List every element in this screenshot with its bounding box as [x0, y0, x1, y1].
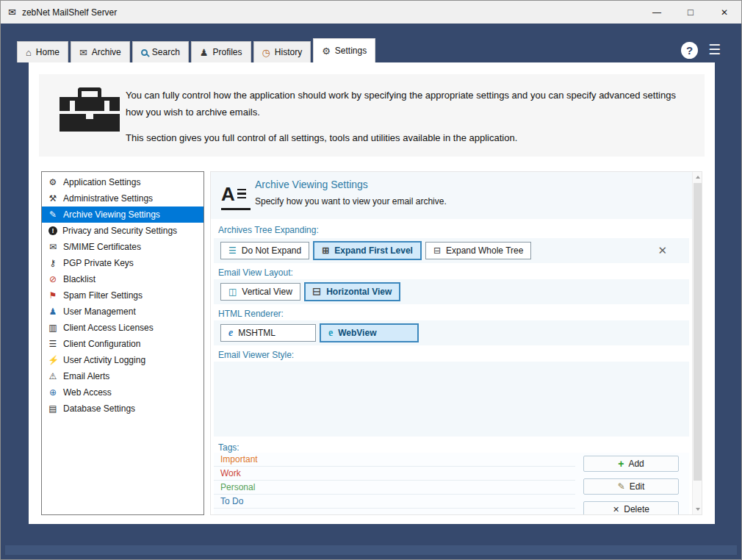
horizontal-split-icon: ◫	[312, 287, 323, 295]
edge-icon: e	[328, 327, 333, 339]
tags-label: Tags:	[218, 442, 239, 453]
clear-selection-icon[interactable]: ✕	[658, 244, 667, 257]
tab-label: Archive	[92, 47, 121, 57]
sidebar-item-web-access[interactable]: ⊕ Web Access	[42, 384, 203, 401]
vertical-view-button[interactable]: ◫ Vertical View	[220, 283, 300, 301]
tab-label: Profiles	[212, 47, 242, 57]
window-footer	[5, 545, 737, 555]
sidebar-item-archive-viewing-settings[interactable]: ✎ Archive Viewing Settings	[42, 207, 203, 223]
tab-label: Settings	[335, 46, 367, 56]
expand-first-level-button[interactable]: ⊞ Expand First Level	[314, 242, 421, 259]
view-layout-group: ◫ Vertical View ◫ Horizontal View	[214, 279, 689, 304]
scroll-up-icon[interactable]	[693, 172, 702, 182]
sidebar-item-blacklist[interactable]: ⊘ Blacklist	[42, 271, 203, 287]
tag-row-important[interactable]: Important	[214, 453, 575, 467]
close-button[interactable]: ✕	[707, 1, 741, 24]
archive-icon: ✉	[79, 47, 87, 58]
sidebar-item-client-access-licenses[interactable]: ▥ Client Access Licenses	[42, 320, 203, 336]
panel-scrollbar[interactable]	[692, 172, 702, 514]
panel-title: Archive Viewing Settings	[255, 179, 368, 190]
scroll-down-icon[interactable]	[693, 504, 702, 514]
html-renderer-label: HTML Renderer:	[218, 309, 284, 319]
edit-button[interactable]: ✎ Edit	[583, 478, 679, 495]
mshtml-button[interactable]: e MSHTML	[220, 324, 316, 342]
tag-label: Work	[220, 468, 241, 478]
tab-archive[interactable]: ✉ Archive	[71, 41, 130, 62]
button-label: Edit	[630, 481, 645, 492]
sidebar-item-label: Email Alerts	[63, 371, 109, 381]
history-icon: ◷	[262, 47, 270, 58]
add-button[interactable]: + Add	[583, 456, 679, 472]
sidebar-item-administrative-settings[interactable]: ⚒ Administrative Settings	[42, 190, 203, 207]
blacklist-icon: ⊘	[48, 274, 58, 284]
intro-text: You can fully control how the applicatio…	[126, 87, 691, 146]
tab-label: Search	[152, 47, 180, 57]
license-icon: ▥	[48, 323, 58, 333]
tab-label: History	[275, 47, 302, 57]
sidebar-item-user-activity-logging[interactable]: ⚡ User Activity Logging	[42, 352, 203, 368]
window-body: ⌂ Home ✉ Archive Search ♟ Profiles ◷ His…	[1, 24, 741, 559]
sidebar-item-label: Web Access	[63, 387, 112, 398]
tab-search[interactable]: Search	[132, 41, 189, 62]
view-layout-label: Email View Layout:	[218, 268, 293, 278]
sidebar-item-label: Blacklist	[63, 274, 96, 284]
panel-subtitle: Specify how you want to view your email …	[255, 196, 447, 207]
horizontal-view-button[interactable]: ◫ Horizontal View	[305, 283, 400, 301]
option-label: Do Not Expand	[242, 245, 301, 256]
internet-explorer-icon: e	[228, 327, 233, 339]
home-icon: ⌂	[26, 47, 32, 58]
spam-flag-icon: ⚑	[48, 290, 58, 301]
app-window: ✉ zebNet MailShelf Server — □ ✕ ⌂ Home ✉…	[0, 0, 742, 560]
option-label: WebView	[338, 328, 376, 338]
tag-row-work[interactable]: Work	[214, 467, 575, 481]
sidebar-item-user-management[interactable]: ♟ User Management	[42, 304, 203, 320]
sidebar-item-email-alerts[interactable]: ⚠ Email Alerts	[42, 368, 203, 384]
delete-button[interactable]: ✕ Delete	[583, 501, 679, 515]
menu-icon[interactable]: ☰	[708, 40, 721, 60]
intro-paragraph-1: You can fully control how the applicatio…	[126, 87, 691, 121]
vertical-split-icon: ◫	[228, 287, 237, 297]
list-icon: ☰	[228, 245, 237, 256]
webview-button[interactable]: e WebView	[320, 324, 418, 342]
tab-settings[interactable]: ⚙ Settings	[313, 38, 375, 62]
tab-profiles[interactable]: ♟ Profiles	[191, 41, 251, 62]
archive-viewing-icon: A	[221, 181, 251, 210]
sidebar-item-pgp-private-keys[interactable]: ⚷ PGP Private Keys	[42, 255, 203, 271]
intro-paragraph-2: This section gives you full control of a…	[126, 130, 691, 147]
tab-home[interactable]: ⌂ Home	[17, 41, 68, 62]
sidebar-item-application-settings[interactable]: ⚙ Application Settings	[42, 174, 203, 190]
plus-icon: +	[618, 459, 624, 469]
sidebar-item-label: PGP Private Keys	[63, 258, 134, 268]
sidebar-item-smime-certificates[interactable]: ✉ S/MIME Certificates	[42, 239, 203, 255]
tag-row-to-do[interactable]: To Do	[214, 495, 575, 509]
sidebar-item-label: Client Access Licenses	[63, 323, 154, 333]
lightning-icon: ⚡	[48, 355, 58, 365]
tab-history[interactable]: ◷ History	[253, 41, 311, 62]
tag-row-personal[interactable]: Personal	[214, 481, 575, 495]
button-label: Delete	[624, 504, 649, 514]
help-button[interactable]: ?	[681, 42, 698, 59]
scrollbar-thumb[interactable]	[694, 183, 702, 481]
pencil-icon: ✎	[618, 481, 625, 492]
window-title: zebNet MailShelf Server	[22, 7, 640, 18]
sidebar-item-database-settings[interactable]: ▤ Database Settings	[42, 401, 203, 417]
expand-whole-tree-button[interactable]: ⊟ Expand Whole Tree	[425, 242, 531, 259]
tools-icon: ⚒	[48, 193, 58, 204]
minimize-button[interactable]: —	[640, 1, 674, 24]
sidebar-item-label: Application Settings	[63, 177, 140, 187]
sidebar-item-label: Client Configuration	[63, 339, 140, 349]
key-icon: ⚷	[48, 258, 58, 268]
sidebar-item-spam-filter-settings[interactable]: ⚑ Spam Filter Settings	[42, 287, 203, 304]
user-icon: ♟	[48, 306, 58, 317]
globe-icon: ⊕	[48, 387, 58, 398]
panel-header: A Archive Viewing Settings Specify how y…	[211, 172, 692, 219]
option-label: Expand Whole Tree	[446, 245, 523, 256]
maximize-button[interactable]: □	[674, 1, 707, 24]
viewer-style-label: Email Viewer Style:	[218, 350, 294, 360]
do-not-expand-button[interactable]: ☰ Do Not Expand	[220, 242, 309, 259]
sidebar-item-privacy-security-settings[interactable]: ! Privacy and Security Settings	[42, 223, 203, 239]
option-label: Vertical View	[242, 287, 292, 297]
sidebar-item-client-configuration[interactable]: ☰ Client Configuration	[42, 336, 203, 352]
sidebar-item-label: Archive Viewing Settings	[63, 209, 160, 220]
app-icon: ✉	[8, 7, 16, 18]
